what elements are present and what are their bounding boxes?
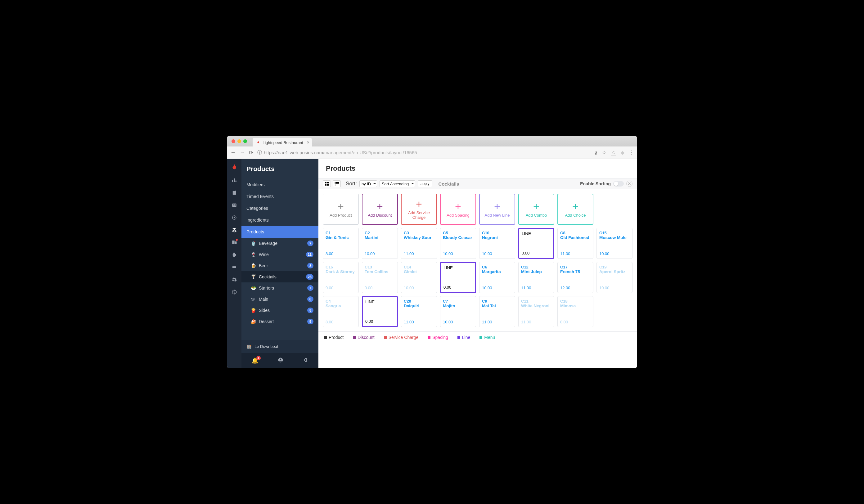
- sidebar-item-categories[interactable]: Categories: [241, 202, 319, 214]
- rail-id-icon[interactable]: [231, 202, 237, 208]
- product-card[interactable]: C16Dark & Stormy9.00: [323, 262, 359, 293]
- add-newline-card[interactable]: +Add New Line: [479, 194, 515, 225]
- add-discount-card[interactable]: +Add Discount: [362, 194, 398, 225]
- category-icon: 🍟: [251, 308, 255, 313]
- legend-service-charge: Service Charge: [384, 335, 419, 340]
- svg-rect-3: [233, 191, 236, 195]
- add-service-card[interactable]: +Add Service Charge: [401, 194, 437, 225]
- view-grid-button[interactable]: [323, 180, 331, 187]
- enable-sorting-toggle[interactable]: [613, 181, 624, 187]
- product-card[interactable]: C19Aperol Spritz10.00: [597, 262, 633, 293]
- sidebar-sub-beverage[interactable]: 🥤Beverage7: [241, 238, 319, 249]
- line-card[interactable]: LINE0.00: [440, 262, 476, 293]
- svg-point-26: [335, 182, 336, 183]
- logo-flame-icon[interactable]: [231, 164, 238, 171]
- sidebar-sub-cocktails[interactable]: 🍸Cocktails23: [241, 271, 319, 283]
- product-card[interactable]: C14Gimlet10.00: [401, 262, 437, 293]
- sidebar-item-modifiers[interactable]: Modifiers: [241, 179, 319, 191]
- product-card[interactable]: C2Martini10.00: [362, 228, 398, 259]
- window-maximize[interactable]: [243, 139, 247, 143]
- tab-title: Lightspeed Restaurant: [263, 140, 303, 145]
- svg-rect-31: [336, 185, 339, 185]
- count-badge: 5: [307, 308, 313, 313]
- view-list-button[interactable]: [333, 180, 341, 187]
- product-card[interactable]: C18Mimosa8.00: [557, 296, 593, 327]
- sidebar-sub-wine[interactable]: 🍷Wine11: [241, 249, 319, 260]
- sidebar-title: Products: [241, 159, 319, 179]
- user-icon[interactable]: [278, 357, 283, 364]
- nav-back[interactable]: ←: [230, 149, 236, 156]
- count-badge: 7: [307, 285, 313, 291]
- count-badge: 11: [306, 252, 313, 257]
- rail-analytics-icon[interactable]: [231, 178, 237, 183]
- rail-devices-icon[interactable]: [231, 240, 237, 245]
- rail-printer-icon[interactable]: [231, 252, 237, 257]
- sidebar-sub-dessert[interactable]: 🍰Dessert5: [241, 316, 319, 327]
- sidebar-sub-sides[interactable]: 🍟Sides5: [241, 305, 319, 316]
- sidebar-item-ingredients[interactable]: Ingredients: [241, 214, 319, 226]
- product-card[interactable]: C4Sangria8.00: [323, 296, 359, 327]
- drive-icon[interactable]: ◆: [621, 149, 624, 155]
- product-card[interactable]: C7Mojito10.00: [440, 296, 476, 327]
- product-card[interactable]: C12Mint Julep11.00: [518, 262, 554, 293]
- product-card[interactable]: C10Negroni10.00: [479, 228, 515, 259]
- nav-rail: [227, 159, 241, 368]
- nav-reload[interactable]: ⟳: [249, 149, 254, 156]
- apply-button[interactable]: apply: [418, 180, 432, 187]
- product-card[interactable]: C1Gin & Tonic8.00: [323, 228, 359, 259]
- breadcrumb: Cocktails: [439, 181, 459, 187]
- nav-forward: →: [240, 149, 245, 156]
- sidebar-sub-starters[interactable]: 🥗Starters7: [241, 283, 319, 293]
- svg-rect-1: [234, 178, 235, 182]
- product-card[interactable]: C8Old Fashioned11.00: [557, 228, 593, 259]
- ext-c-icon[interactable]: C: [611, 150, 616, 155]
- product-card[interactable]: C20Daiquiri11.00: [401, 296, 437, 327]
- sidebar-item-products[interactable]: Products: [241, 226, 319, 238]
- count-badge: 3: [307, 263, 313, 268]
- product-card[interactable]: C9Mai Tai11.00: [479, 296, 515, 327]
- rail-clipboard-icon[interactable]: [231, 190, 237, 195]
- svg-rect-13: [233, 254, 236, 256]
- store-selector[interactable]: 🏬 Le Downbeat: [241, 340, 319, 353]
- count-badge: 5: [307, 319, 313, 324]
- browser-urlbar: ← → ⟳ ⓘ https://nae1-web.posios.com/mana…: [227, 146, 637, 159]
- product-card[interactable]: C13Tom Collins9.00: [362, 262, 398, 293]
- category-icon: 🍰: [251, 319, 255, 324]
- rail-receipt-icon[interactable]: [231, 264, 237, 270]
- sort-field-select[interactable]: by ID: [359, 180, 377, 187]
- svg-rect-2: [236, 181, 237, 182]
- key-icon[interactable]: ⚷: [594, 150, 597, 155]
- rail-dish-icon[interactable]: [231, 215, 237, 220]
- add-spacing-card[interactable]: +Add Spacing: [440, 194, 476, 225]
- window-close[interactable]: [231, 139, 235, 143]
- svg-point-10: [234, 217, 235, 218]
- sidebar-sub-main[interactable]: 🍽Main8: [241, 293, 319, 305]
- product-card[interactable]: C15Moscow Mule10.00: [597, 228, 633, 259]
- notifications-bell[interactable]: 🔔4: [251, 357, 258, 364]
- rail-help-icon[interactable]: [231, 289, 237, 295]
- svg-point-6: [233, 205, 234, 205]
- window-minimize[interactable]: [237, 139, 241, 143]
- product-card[interactable]: C5Bloody Ceasar10.00: [440, 228, 476, 259]
- close-panel-button[interactable]: ✕: [626, 181, 633, 187]
- product-card[interactable]: C3Whiskey Sour11.00: [401, 228, 437, 259]
- rail-gear-icon[interactable]: [231, 277, 237, 283]
- add-choice-card[interactable]: +Add Choice: [557, 194, 593, 225]
- browser-tab[interactable]: Lightspeed Restaurant ×: [253, 138, 312, 147]
- sort-direction-select[interactable]: Sort Ascending: [380, 180, 415, 187]
- line-card[interactable]: LINE0.00: [518, 228, 554, 259]
- sidebar-item-timed-events[interactable]: Timed Events: [241, 191, 319, 202]
- add-product-card[interactable]: +Add Product: [323, 194, 359, 225]
- add-combo-card[interactable]: +Add Combo: [518, 194, 554, 225]
- address-bar[interactable]: ⓘ https://nae1-web.posios.com/management…: [257, 149, 591, 155]
- logout-icon[interactable]: [303, 357, 309, 364]
- tab-close-icon[interactable]: ×: [307, 140, 309, 145]
- rail-products-icon[interactable]: [231, 227, 237, 233]
- product-card[interactable]: C11White Negroni11.00: [518, 296, 554, 327]
- browser-menu[interactable]: ⋮: [629, 149, 634, 155]
- line-card[interactable]: LINE0.00: [362, 296, 398, 327]
- sidebar-sub-beer[interactable]: 🍺Beer3: [241, 260, 319, 271]
- product-card[interactable]: C17French 7512.00: [557, 262, 593, 293]
- bookmark-icon[interactable]: ☆: [602, 149, 607, 156]
- product-card[interactable]: C6Margarita10.00: [479, 262, 515, 293]
